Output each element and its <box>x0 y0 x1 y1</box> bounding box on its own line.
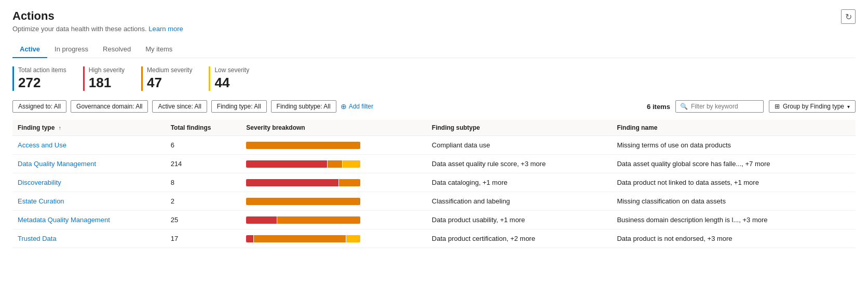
finding-name-cell: Missing classification on data assets <box>612 192 856 211</box>
table-row: Trusted Data 17 Data product certificati… <box>12 229 856 248</box>
search-box[interactable]: 🔍 <box>675 100 764 113</box>
finding-type-link[interactable]: Metadata Quality Management <box>18 216 110 224</box>
group-by-icon: ⊞ <box>775 103 780 110</box>
tab-my-items[interactable]: My items <box>138 41 180 58</box>
chevron-down-icon: ▾ <box>847 104 850 110</box>
finding-subtype-cell: Data product usability, +1 more <box>427 211 612 229</box>
bar-red <box>246 179 338 186</box>
severity-breakdown-cell <box>241 136 427 155</box>
bar-orange <box>277 216 361 224</box>
sort-asc-icon: ↑ <box>59 125 61 131</box>
findings-table: Finding type ↑ Total findings Severity b… <box>12 120 856 248</box>
search-input[interactable] <box>691 103 759 110</box>
total-findings-cell: 2 <box>166 192 241 211</box>
add-filter-icon: ⊕ <box>341 102 347 111</box>
bar-yellow <box>343 160 360 168</box>
severity-breakdown-cell <box>241 173 427 192</box>
filter-finding-subtype[interactable]: Finding subtype: All <box>271 100 336 113</box>
tab-in-progress[interactable]: In progress <box>47 41 96 58</box>
finding-subtype-cell: Data product certification, +2 more <box>427 229 612 248</box>
finding-type-cell: Trusted Data <box>12 229 166 248</box>
metric-low: Low severity 44 <box>209 66 249 91</box>
finding-type-cell: Estate Curation <box>12 192 166 211</box>
total-findings-cell: 25 <box>166 211 241 229</box>
filter-assigned-to[interactable]: Assigned to: All <box>12 100 66 113</box>
bar-yellow <box>346 235 360 242</box>
page-subtitle: Optimize your data health with these act… <box>12 25 856 33</box>
tab-active[interactable]: Active <box>12 41 47 58</box>
finding-type-link[interactable]: Access and Use <box>18 141 66 149</box>
table-row: Metadata Quality Management 25 Data prod… <box>12 211 856 229</box>
finding-subtype-cell: Data asset quality rule score, +3 more <box>427 155 612 173</box>
finding-subtype-cell: Data cataloging, +1 more <box>427 173 612 192</box>
bar-orange <box>339 179 360 186</box>
metrics-bar: Total action items 272 High severity 181… <box>12 66 856 91</box>
total-findings-cell: 8 <box>166 173 241 192</box>
severity-breakdown-cell <box>241 211 427 229</box>
bar-red <box>246 235 253 242</box>
table-row: Data Quality Management 214 Data asset q… <box>12 155 856 173</box>
col-finding-type[interactable]: Finding type ↑ <box>12 120 166 136</box>
finding-name-cell: Missing terms of use on data products <box>612 136 856 155</box>
learn-more-link[interactable]: Learn more <box>148 25 183 33</box>
finding-type-link[interactable]: Estate Curation <box>18 197 64 205</box>
total-findings-cell: 6 <box>166 136 241 155</box>
bar-orange <box>254 235 346 242</box>
group-by-button[interactable]: ⊞ Group by Finding type ▾ <box>769 100 856 113</box>
filter-finding-type[interactable]: Finding type: All <box>211 100 267 113</box>
bar-red <box>246 160 327 168</box>
col-finding-name: Finding name <box>612 120 856 136</box>
tab-resolved[interactable]: Resolved <box>96 41 138 58</box>
finding-type-link[interactable]: Data Quality Management <box>18 160 96 168</box>
metric-high: High severity 181 <box>83 66 125 91</box>
tab-bar: Active In progress Resolved My items <box>12 41 856 58</box>
table-row: Estate Curation 2 Classification and lab… <box>12 192 856 211</box>
bar-orange <box>246 142 360 149</box>
table-row: Access and Use 6 Compliant data use Miss… <box>12 136 856 155</box>
page-title: Actions <box>12 9 856 23</box>
finding-subtype-cell: Compliant data use <box>427 136 612 155</box>
severity-breakdown-cell <box>241 155 427 173</box>
bar-orange <box>328 160 342 168</box>
severity-breakdown-cell <box>241 192 427 211</box>
bar-orange <box>246 198 360 205</box>
col-finding-subtype: Finding subtype <box>427 120 612 136</box>
total-findings-cell: 17 <box>166 229 241 248</box>
table-row: Discoverability 8 Data cataloging, +1 mo… <box>12 173 856 192</box>
finding-name-cell: Business domain description length is l.… <box>612 211 856 229</box>
filter-bar: Assigned to: All Governance domain: All … <box>12 100 856 113</box>
refresh-button[interactable]: ↻ <box>841 9 856 24</box>
bar-red <box>246 216 276 224</box>
total-findings-cell: 214 <box>166 155 241 173</box>
finding-type-link[interactable]: Discoverability <box>18 179 61 186</box>
finding-name-cell: Data product is not endorsed, +3 more <box>612 229 856 248</box>
metric-total: Total action items 272 <box>12 66 66 91</box>
finding-type-cell: Data Quality Management <box>12 155 166 173</box>
finding-name-cell: Data asset quality global score has fall… <box>612 155 856 173</box>
filter-governance-domain[interactable]: Governance domain: All <box>71 100 148 113</box>
finding-name-cell: Data product not linked to data assets, … <box>612 173 856 192</box>
severity-breakdown-cell <box>241 229 427 248</box>
col-total-findings: Total findings <box>166 120 241 136</box>
finding-type-link[interactable]: Trusted Data <box>18 235 57 242</box>
search-icon: 🔍 <box>680 103 688 110</box>
finding-type-cell: Metadata Quality Management <box>12 211 166 229</box>
filter-active-since[interactable]: Active since: All <box>152 100 207 113</box>
metric-medium: Medium severity 47 <box>141 66 192 91</box>
finding-type-cell: Access and Use <box>12 136 166 155</box>
add-filter-button[interactable]: ⊕ Add filter <box>341 102 373 111</box>
finding-type-cell: Discoverability <box>12 173 166 192</box>
finding-subtype-cell: Classification and labeling <box>427 192 612 211</box>
col-severity-breakdown: Severity breakdown <box>241 120 427 136</box>
items-count: 6 items <box>647 103 670 111</box>
